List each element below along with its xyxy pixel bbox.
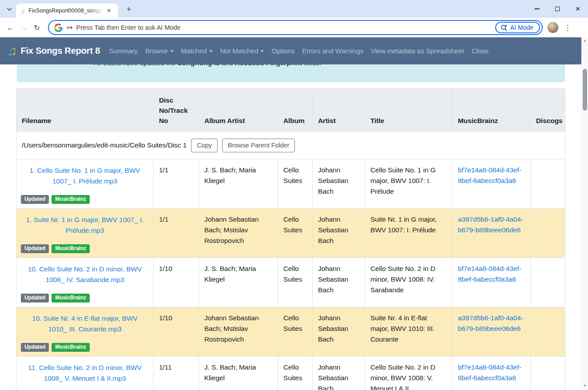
status-badges: UpdatedMusicBrainz <box>21 343 90 352</box>
forward-arrow-icon: → <box>20 23 28 32</box>
table-row: 11. Cello Suite No. 2 in D minor, BWV 10… <box>16 357 565 390</box>
filename-cell: 1. Suite Nr. 1 in G major, BWV 1007_ I. … <box>16 209 154 258</box>
filename-cell: 10. Cello Suite No. 2 in D minor, BWV 10… <box>16 258 154 307</box>
column-header-album-artist: Album Artist <box>199 89 278 131</box>
table-header-row: Filename Disc No/Track No Album Artist A… <box>16 89 565 131</box>
discogs-cell <box>531 159 565 209</box>
filename-cell: 1. Cello Suite No. 1 in G major, BWV 100… <box>16 159 154 209</box>
music-notes-icon: ♫ <box>7 44 17 58</box>
scrollbar-down-arrow-icon[interactable]: ▼ <box>582 384 588 388</box>
album-cell: Cello Suites <box>278 159 313 209</box>
ai-mode-button[interactable]: AI Mode <box>495 22 540 33</box>
nav-item-close[interactable]: Close <box>472 47 489 55</box>
tab-close-icon[interactable]: ✕ <box>105 7 113 15</box>
table-row: 10. Suite Nr. 4 in E-flat major, BWV 101… <box>16 307 565 357</box>
artist-cell: Johann Sebastian Bach <box>313 159 365 209</box>
column-header-disc-track: Disc No/Track No <box>154 89 199 131</box>
maximize-icon <box>555 7 560 11</box>
musicbrainz-link[interactable]: a397d5b6-1af0-4a04-b679-b89beee06de6 <box>458 215 523 234</box>
filename-link[interactable]: 10. Cello Suite No. 2 in D minor, BWV 10… <box>28 265 142 283</box>
dropdown-caret-icon <box>209 50 213 52</box>
discogs-cell <box>531 307 565 357</box>
disc-track-cell: 1/10 <box>154 258 199 307</box>
new-tab-button[interactable]: + <box>123 4 134 15</box>
status-badge-musicbrainz: MusicBrainz <box>52 343 90 352</box>
dropdown-caret-icon <box>170 50 174 52</box>
album-cell: Cello Suites <box>278 258 313 307</box>
address-bar[interactable]: ↦ Press Tab then Enter to ask AI Mode AI… <box>48 20 543 35</box>
tab-search-button[interactable] <box>4 4 15 15</box>
browse-parent-folder-button[interactable]: Browse Parent Folder <box>222 139 295 152</box>
app-brand[interactable]: ♫ Fix Songs Report 8 <box>7 44 100 58</box>
album-artist-cell: J. S. Bach; Maria Kliegel <box>199 258 278 307</box>
folder-path-cell: /Users/bensonmargulies/edit-music/Cello … <box>16 131 565 159</box>
ai-sparkle-search-icon <box>501 24 508 31</box>
column-header-artist: Artist <box>313 89 365 131</box>
artist-cell: Johann Sebastian Bach <box>313 357 365 390</box>
album-cell: Cello Suites <box>278 209 313 258</box>
nav-item-summary[interactable]: Summary <box>109 47 138 55</box>
nav-item-not-matched[interactable]: Not Matched <box>220 47 264 55</box>
album-cell: Cello Suites <box>278 307 313 357</box>
profile-avatar[interactable] <box>547 22 559 33</box>
page-scrollbar[interactable]: ▲ ▼ <box>581 37 588 390</box>
minimize-icon <box>535 8 540 9</box>
status-badge-updated: Updated <box>21 195 49 204</box>
table-body: /Users/bensonmargulies/edit-music/Cello … <box>16 131 565 390</box>
minimize-button[interactable] <box>527 0 547 18</box>
disc-track-cell: 1/11 <box>154 357 199 390</box>
musicbrainz-link[interactable]: bf7e14a8-084d-43ef-8bef-6abeccf0a3a6 <box>458 363 521 382</box>
filename-link[interactable]: 1. Suite Nr. 1 in G major, BWV 1007_ I. … <box>26 216 144 234</box>
filename-link[interactable]: 10. Suite Nr. 4 in E-flat major, BWV 101… <box>32 314 138 333</box>
status-badge-updated: Updated <box>21 343 49 352</box>
album-artist-cell: Johann Sebastian Bach; Mstislav Rostropo… <box>199 307 278 357</box>
forward-button[interactable]: → <box>17 21 30 34</box>
browser-menu-button[interactable]: ⋮ <box>562 23 573 32</box>
copy-button[interactable]: Copy <box>191 139 217 152</box>
musicbrainz-link[interactable]: bf7e14a8-084d-43ef-8bef-6abeccf0a3a6 <box>458 265 521 283</box>
filename-cell: 10. Suite Nr. 4 in E-flat major, BWV 101… <box>16 307 154 357</box>
chevron-down-icon <box>7 8 12 11</box>
column-header-discogs: Discogs <box>531 89 565 131</box>
status-badge-musicbrainz: MusicBrainz <box>52 294 90 302</box>
scrollbar-thumb[interactable] <box>583 69 587 111</box>
nav-item-browse[interactable]: Browse <box>145 47 173 55</box>
maximize-button[interactable] <box>547 0 568 18</box>
discogs-cell <box>531 357 565 390</box>
column-header-title: Title <box>365 89 453 131</box>
tab-strip: ♫ FixSongsReport00008_songdeta ✕ + ✕ <box>0 0 588 18</box>
back-arrow-icon: ← <box>6 23 14 32</box>
musicbrainz-link[interactable]: bf7e14a8-084d-43ef-8bef-6abeccf0a3a6 <box>458 166 521 184</box>
ai-mode-label: AI Mode <box>510 24 533 31</box>
report-content: All tracks have updated the SongKong Id … <box>0 55 588 390</box>
album-artist-cell: J. S. Bach; Maria Kliegel <box>199 159 278 209</box>
filename-link[interactable]: 1. Cello Suite No. 1 in G major, BWV 100… <box>30 167 140 185</box>
close-icon: ✕ <box>575 6 580 12</box>
browser-tab[interactable]: ♫ FixSongsReport00008_songdeta ✕ <box>16 4 118 18</box>
window-controls: ✕ <box>527 0 588 18</box>
status-badge-musicbrainz: MusicBrainz <box>52 244 90 253</box>
close-window-button[interactable]: ✕ <box>568 0 588 18</box>
nav-item-options[interactable]: Options <box>271 47 294 55</box>
title-cell: Cello Suite No. 2 in D minor, BWV 1008: … <box>365 357 453 390</box>
nav-item-view-spreadsheet[interactable]: View metadata as Spreadsheet <box>371 47 464 55</box>
filename-link[interactable]: 11. Cello Suite No. 2 in D minor, BWV 10… <box>28 364 141 382</box>
scrollbar-up-arrow-icon[interactable]: ▲ <box>582 39 588 43</box>
url-input[interactable]: Press Tab then Enter to ask AI Mode <box>76 24 495 31</box>
song-details-table: Filename Disc No/Track No Album Artist A… <box>16 88 565 390</box>
back-button[interactable]: ← <box>4 21 17 34</box>
disc-track-cell: 1/10 <box>154 307 199 357</box>
reload-icon: ↻ <box>34 24 40 32</box>
musicbrainz-cell: a397d5b6-1af0-4a04-b679-b89beee06de6 <box>453 307 531 357</box>
musicbrainz-link[interactable]: a397d5b6-1af0-4a04-b679-b89beee06de6 <box>458 314 523 332</box>
title-cell: Suite Nr. 4 in E-flat major, BWV 1010: I… <box>365 307 453 357</box>
musicbrainz-cell: bf7e14a8-084d-43ef-8bef-6abeccf0a3a6 <box>453 159 531 209</box>
discogs-cell <box>531 209 565 258</box>
nav-item-errors-warnings[interactable]: Errors and Warnings <box>302 47 363 55</box>
reload-button[interactable]: ↻ <box>30 21 44 34</box>
musicbrainz-cell: bf7e14a8-084d-43ef-8bef-6abeccf0a3a6 <box>453 258 531 307</box>
folder-path-row: /Users/bensonmargulies/edit-music/Cello … <box>16 131 565 159</box>
album-artist-cell: J. S. Bach; Maria Kliegel <box>199 357 278 390</box>
nav-item-matched[interactable]: Matched <box>181 47 213 55</box>
folder-path: /Users/bensonmargulies/edit-music/Cello … <box>22 141 187 148</box>
